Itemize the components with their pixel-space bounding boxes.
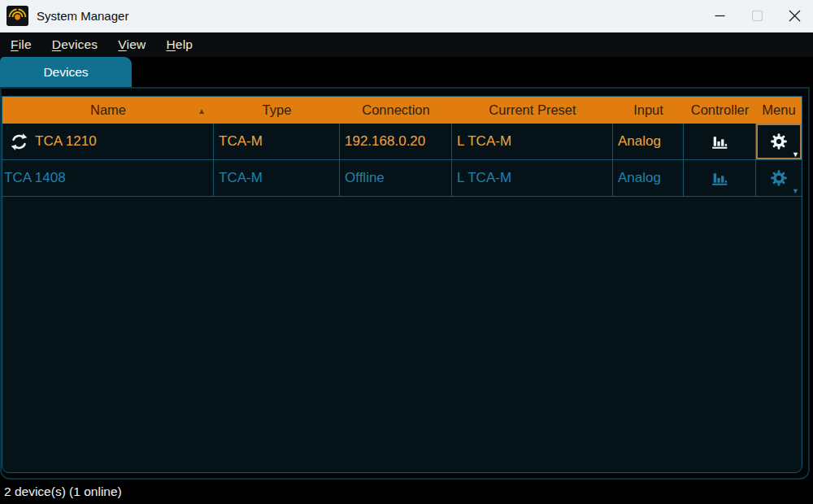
cell-connection[interactable]: 192.168.0.20 (340, 124, 452, 159)
cell-name[interactable]: TCA 1408 (2, 160, 214, 196)
device-menu-button[interactable]: ▼ (756, 160, 802, 196)
table-row-tca-1210[interactable]: TCA 1210 TCA-M 192.168.0.20 L TCA-M Anal… (2, 124, 802, 160)
gear-icon (769, 132, 789, 151)
cell-connection[interactable]: Offline (340, 160, 452, 196)
cell-type[interactable]: TCA-M (214, 124, 340, 159)
minimize-button[interactable] (701, 0, 738, 32)
cell-current-preset[interactable]: L TCA-M (452, 160, 613, 196)
devices-table: Name ▲ Type Connection Current Preset In… (2, 96, 802, 473)
maximize-icon (752, 11, 763, 21)
controller-button[interactable] (684, 124, 756, 159)
statusbar: 2 device(s) (1 online) (0, 480, 813, 504)
window-title: System Manager (37, 9, 128, 23)
cell-current-preset[interactable]: L TCA-M (452, 124, 613, 159)
gear-icon (769, 168, 789, 188)
column-header-connection[interactable]: Connection (340, 97, 452, 124)
column-header-name-label: Name (90, 102, 126, 118)
bar-chart-icon (710, 168, 730, 189)
window-controls (701, 0, 813, 32)
column-header-menu[interactable]: Menu (756, 97, 802, 124)
cell-name[interactable]: TCA 1210 (2, 124, 214, 159)
devices-page: Name ▲ Type Connection Current Preset In… (0, 87, 810, 480)
device-menu-button[interactable]: ▼ (756, 124, 802, 159)
device-name: TCA 1210 (35, 133, 97, 150)
cell-input[interactable]: Analog (613, 124, 684, 159)
maximize-button[interactable] (738, 0, 776, 32)
column-header-controller[interactable]: Controller (684, 97, 756, 124)
cell-type[interactable]: TCA-M (214, 160, 340, 196)
table-row-tca-1408[interactable]: TCA 1408 TCA-M Offline L TCA-M Analog (2, 160, 802, 197)
app-icon (7, 6, 28, 26)
column-header-name[interactable]: Name ▲ (2, 97, 214, 124)
close-icon (789, 10, 801, 22)
menu-help[interactable]: Help (157, 34, 202, 55)
menu-view[interactable]: View (109, 34, 154, 55)
minimize-icon (715, 11, 725, 21)
dropdown-arrow-icon: ▼ (792, 188, 799, 195)
bar-chart-icon (710, 132, 730, 152)
controller-button[interactable] (684, 160, 756, 196)
device-count-status: 2 device(s) (1 online) (4, 484, 122, 499)
tabbar: Devices (0, 57, 813, 87)
close-button[interactable] (776, 0, 813, 32)
column-header-input[interactable]: Input (613, 97, 684, 124)
tab-devices[interactable]: Devices (0, 57, 132, 87)
menubar: File Devices View Help (0, 33, 813, 57)
menu-devices[interactable]: Devices (43, 34, 107, 55)
cell-input[interactable]: Analog (613, 160, 684, 196)
sync-refresh-icon (10, 133, 28, 151)
menu-file[interactable]: File (2, 34, 41, 55)
titlebar: System Manager (0, 0, 813, 33)
dropdown-arrow-icon: ▼ (792, 151, 799, 159)
column-header-current-preset[interactable]: Current Preset (452, 97, 613, 124)
column-header-type[interactable]: Type (214, 97, 340, 124)
table-header-row: Name ▲ Type Connection Current Preset In… (2, 97, 802, 124)
sort-ascending-icon: ▲ (198, 106, 206, 115)
